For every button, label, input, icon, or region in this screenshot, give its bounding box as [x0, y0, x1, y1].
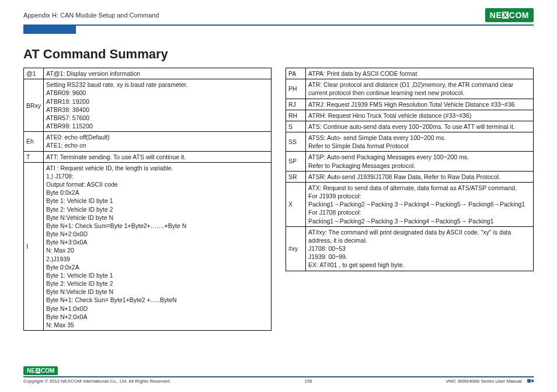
table-row: TATT: Terminate sending. To use ATS will… — [24, 151, 271, 162]
table-row: EhATE0: echo off(Default) ATE1; echo on — [24, 132, 271, 151]
command-description: ATPA: Print data by ASCII CODE format — [306, 68, 534, 79]
command-description: ATSS: Auto- send Simple Data every 100~2… — [306, 132, 534, 152]
command-code: T — [24, 151, 44, 162]
command-description: ATRH: Request Hino Truck Total vehicle d… — [306, 110, 534, 121]
table-row: SPATSP: Auto-send Packaging Messages eve… — [286, 152, 534, 171]
footer-brand-logo: NEXCOM — [23, 366, 58, 375]
command-description: AT@1: Display version information — [44, 68, 271, 79]
command-code: PH — [286, 79, 306, 99]
footer-doc-title: VMC 3000/4000 Series User Manual — [445, 379, 534, 384]
page-title: AT Command Summary — [23, 47, 534, 62]
footer-copyright: Copyright © 2012 NEXCOM International Co… — [23, 379, 171, 384]
command-code: RH — [286, 110, 306, 121]
command-description: ATE0: echo off(Default) ATE1; echo on — [44, 132, 271, 151]
command-description: ATSR: Auto-send J1939/J1708 Raw Data, Re… — [306, 171, 534, 182]
command-description: Setting RS232 baud rate. xy is baud rate… — [44, 79, 271, 132]
command-description: ATI : Request vehicle ID, the length is … — [44, 162, 271, 330]
table-row: IATI : Request vehicle ID, the length is… — [24, 162, 271, 330]
command-description: ATSP: Auto-send Packaging Messages every… — [306, 152, 534, 171]
header-rule — [23, 24, 534, 26]
table-row: XATX: Request to send data of alternate,… — [286, 182, 534, 226]
command-code: RJ — [286, 99, 306, 110]
table-row: PAATPA: Print data by ASCII CODE format — [286, 68, 534, 79]
command-description: ATX: Request to send data of alternate, … — [306, 182, 534, 226]
header-accent-bar — [23, 26, 76, 34]
table-row: SRATSR: Auto-send J1939/J1708 Raw Data, … — [286, 171, 534, 182]
command-code: BRxy — [24, 79, 44, 132]
command-code: S — [286, 121, 306, 132]
command-description: ATT: Terminate sending. To use ATS will … — [44, 151, 271, 162]
command-code: SR — [286, 171, 306, 182]
command-code: I — [24, 162, 44, 330]
footer-page-number: 158 — [304, 379, 312, 384]
command-description: ATRJ: Request J1939 FMS High Resolution … — [306, 99, 534, 110]
breadcrumb: Appendix H: CAN Module Setup and Command — [23, 12, 159, 19]
command-code: #xy — [286, 226, 306, 271]
command-table-right: PAATPA: Print data by ASCII CODE formatP… — [286, 68, 534, 271]
command-description: AT#xy: The command will print designated… — [306, 226, 534, 271]
command-description: ATS: Continue auto-send data every 100~2… — [306, 121, 534, 132]
brand-logo: NEXCOM — [485, 8, 534, 22]
table-row: SATS: Continue auto-send data every 100~… — [286, 121, 534, 132]
table-row: BRxySetting RS232 baud rate. xy is baud … — [24, 79, 271, 132]
table-row: RHATRH: Request Hino Truck Total vehicle… — [286, 110, 534, 121]
command-code: @1 — [24, 68, 44, 79]
footer-deco-icon — [527, 379, 534, 384]
command-code: X — [286, 182, 306, 226]
command-code: SS — [286, 132, 306, 152]
table-row: RJATRJ: Request J1939 FMS High Resolutio… — [286, 99, 534, 110]
table-row: @1AT@1: Display version information — [24, 68, 271, 79]
command-table-left: @1AT@1: Display version informationBRxyS… — [23, 68, 271, 331]
command-code: Eh — [24, 132, 44, 151]
table-row: #xyAT#xy: The command will print designa… — [286, 226, 534, 271]
command-code: PA — [286, 68, 306, 79]
command-description: ATR: Clear protocol and distance (D1 ,D2… — [306, 79, 534, 99]
table-row: PHATR: Clear protocol and distance (D1 ,… — [286, 79, 534, 99]
table-row: SSATSS: Auto- send Simple Data every 100… — [286, 132, 534, 152]
command-code: SP — [286, 152, 306, 171]
footer-rule — [23, 376, 534, 377]
